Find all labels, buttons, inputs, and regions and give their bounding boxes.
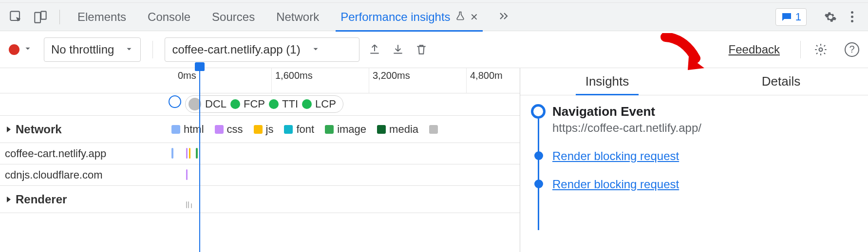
legend-swatch-image [325,125,334,134]
marker-label: TTI [282,98,298,110]
legend-swatch-js [254,125,263,134]
disclosure-triangle-icon [5,193,13,206]
timeline-pane: 0ms 1,600ms 3,200ms 4,800m DCL FCP TTI L… [0,68,520,252]
timing-markers-pill[interactable]: DCL FCP TTI LCP [185,95,343,113]
host-label: coffee-cart.netlify.app [5,147,106,160]
help-icon[interactable]: ? [845,42,859,57]
insights-pane: Insights Details Navigation Event https:… [520,68,868,252]
network-section-header[interactable]: Network html css js font image media [0,116,520,143]
legend-swatch-font [284,125,293,134]
marker-green-dot-icon [230,99,240,109]
section-title: Renderer [16,193,67,206]
timing-markers-row: DCL FCP TTI LCP [0,93,520,116]
legend-label: media [389,123,418,136]
panel-settings-gear-icon[interactable] [812,41,829,58]
insight-title: Navigation Event [552,104,701,119]
tab-label: Performance insights [340,10,450,24]
marker-label: DCL [205,98,226,110]
tab-label: Details [762,74,800,89]
insight-link[interactable]: Render blocking request [552,149,679,162]
marker-circle-icon[interactable] [169,95,181,108]
section-title: Network [16,123,62,136]
ruler-tick: 0ms [178,70,196,81]
time-ruler[interactable]: 0ms 1,600ms 3,200ms 4,800m [0,68,520,93]
waterfall-bar[interactable] [188,201,189,208]
insight-subtitle: https://coffee-cart.netlify.app/ [552,121,701,135]
svg-rect-1 [35,12,40,22]
marker-green-dot-icon [302,99,312,109]
timeline-node-insight[interactable]: Render blocking request [552,178,857,191]
export-icon[interactable] [366,41,383,58]
legend-swatch-html [171,125,180,134]
insights-timeline: Navigation Event https://coffee-cart.net… [531,104,857,191]
legend-swatch-css [215,125,224,134]
device-toolbar-icon[interactable] [32,9,49,25]
timeline-node-insight[interactable]: Render blocking request [552,149,857,163]
tab-label: Console [148,10,190,24]
main-content: 0ms 1,600ms 3,200ms 4,800m DCL FCP TTI L… [0,68,868,252]
more-tabs-icon[interactable] [498,10,510,24]
throttling-value: No throttling [51,43,114,56]
more-menu-icon[interactable] [844,9,860,25]
throttling-select[interactable]: No throttling [44,37,141,62]
ruler-tick: 1,600ms [275,70,313,81]
tab-label: Network [276,10,319,24]
legend-swatch-other [429,125,438,134]
legend-label: html [184,123,204,136]
tab-console[interactable]: Console [137,3,201,31]
chevron-down-icon [125,43,133,56]
timeline-node-navigation[interactable]: Navigation Event https://coffee-cart.net… [552,104,857,135]
delete-icon[interactable] [413,41,430,58]
svg-rect-2 [41,11,46,19]
issues-count: 1 [795,11,801,23]
tab-details[interactable]: Details [694,68,868,95]
marker-green-dot-icon [269,99,279,109]
experiment-flask-icon [455,10,465,24]
record-button[interactable] [9,44,19,55]
devtools-tab-bar: Elements Console Sources Network Perform… [0,3,868,31]
insights-tabs: Insights Details [520,68,868,95]
network-host-row[interactable]: coffee-cart.netlify.app [0,143,520,164]
tab-label: Elements [77,10,126,24]
marker-label: FCP [244,98,265,110]
tab-elements[interactable]: Elements [67,3,137,31]
tab-performance-insights[interactable]: Performance insights ✕ [330,3,488,31]
waterfall-bar[interactable] [186,148,188,159]
legend-swatch-media [377,125,386,134]
insight-link[interactable]: Render blocking request [552,178,679,191]
waterfall-bar[interactable] [189,148,190,159]
issues-pill[interactable]: 1 [775,8,807,26]
ruler-tick: 4,800m [470,70,503,81]
import-icon[interactable] [390,41,406,58]
tab-label: Sources [212,10,255,24]
legend-label: font [296,123,314,136]
inspect-element-icon[interactable] [8,9,24,25]
separator [800,41,801,58]
ruler-tick: 3,200ms [373,70,410,81]
tab-sources[interactable]: Sources [201,3,265,31]
close-tab-icon[interactable]: ✕ [470,13,478,21]
disclosure-triangle-icon [5,123,13,136]
separator [59,10,60,24]
legend-label: image [337,123,366,136]
tab-insights[interactable]: Insights [520,68,694,95]
waterfall-bar[interactable] [171,148,173,159]
chevron-down-icon [311,43,320,56]
recording-select[interactable]: coffee-cart.netlify.app (1) [165,37,359,62]
record-options-caret-icon[interactable] [23,44,32,55]
renderer-section-header[interactable]: Renderer [0,186,520,213]
settings-gear-icon[interactable] [822,9,839,25]
legend-label: css [227,123,243,136]
host-label: cdnjs.cloudflare.com [5,169,103,181]
timeline-line [538,119,539,230]
waterfall-bar[interactable] [186,201,187,208]
waterfall-bar[interactable] [191,203,192,208]
tab-label: Insights [585,74,629,89]
waterfall-bar[interactable] [186,169,188,180]
network-host-row[interactable]: cdnjs.cloudflare.com [0,164,520,186]
tab-network[interactable]: Network [265,3,330,31]
legend-label: js [266,123,274,136]
recording-value: coffee-cart.netlify.app (1) [172,43,300,56]
waterfall-bar[interactable] [196,148,198,159]
feedback-link[interactable]: Feedback [729,43,780,56]
